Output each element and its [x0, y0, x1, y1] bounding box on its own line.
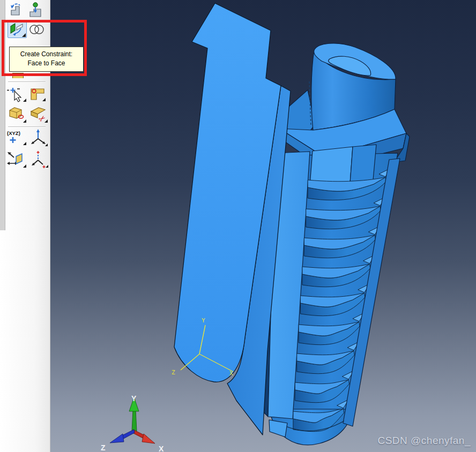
datum-plane-icon[interactable] [5, 150, 27, 168]
abaqus-assembly-screen: Y Z X Y X Z CSDN @chenyfan_ [0, 0, 476, 452]
select-entities-icon[interactable] [6, 85, 27, 103]
model-scene: Y Z X Y X Z [50, 0, 476, 452]
datum-triad-z-label: Z [172, 369, 175, 376]
origin-triad-x-label: X [159, 445, 164, 452]
translate-instance-icon[interactable] [27, 2, 44, 18]
datum-point-xyz-icon[interactable]: (XYZ) [5, 129, 27, 147]
create-wire-icon[interactable] [29, 86, 46, 102]
origin-triad-z-label: Z [101, 443, 106, 452]
viewport[interactable]: Y Z X Y X Z CSDN @chenyfan_ [50, 0, 476, 452]
origin-triad-y-label: Y [131, 394, 137, 403]
cut-instance-icon[interactable]: ✂ [29, 105, 48, 123]
origin-triad: Y X Z [101, 394, 164, 452]
xyz-label: (XYZ) [7, 130, 20, 136]
datum-triad-x-label: X [229, 370, 233, 377]
datum-axis-icon[interactable] [29, 129, 48, 147]
toolbar-separator [8, 126, 46, 127]
toolbar-separator [8, 81, 46, 82]
tooltip-create-constraint: Create Constraint: Face to Face [9, 47, 84, 72]
rotate-instance-icon[interactable] [8, 2, 25, 18]
datum-triad-y-label: Y [202, 317, 205, 324]
tooltip-line1: Create Constraint: [20, 50, 72, 58]
tooltip-line2: Face to Face [27, 59, 65, 67]
datum-csys-icon[interactable] [29, 150, 48, 168]
edit-feature-icon[interactable] [6, 105, 27, 123]
watermark: CSDN @chenyfan_ [377, 435, 471, 447]
